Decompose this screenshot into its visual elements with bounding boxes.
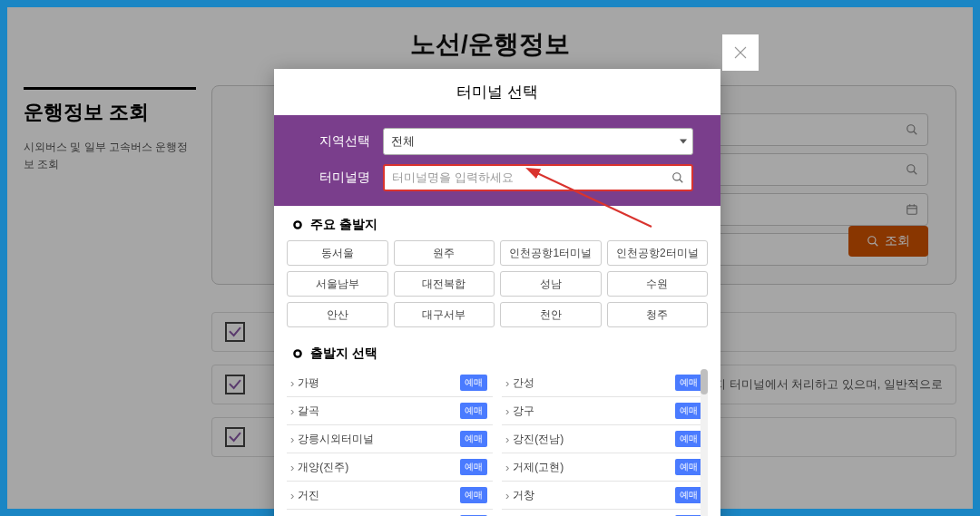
popular-departure-item[interactable]: 대전복합 — [394, 271, 495, 297]
terminal-name: 강진(전남) — [505, 432, 564, 447]
reserve-badge[interactable]: 예매 — [460, 403, 487, 419]
popular-departure-item[interactable]: 동서울 — [287, 240, 388, 266]
scrollbar-track[interactable] — [701, 369, 708, 516]
terminal-name: 거창 — [505, 488, 534, 503]
popular-departure-item[interactable]: 인천공항1터미널 — [500, 240, 602, 266]
scrollbar-thumb[interactable] — [701, 369, 708, 394]
terminal-name: 강구 — [505, 404, 534, 419]
terminal-row[interactable]: 갈곡예매 — [287, 397, 493, 425]
svg-line-13 — [680, 180, 683, 183]
terminal-row[interactable]: 가평예매 — [287, 369, 493, 397]
terminal-name: 거진 — [290, 488, 319, 503]
select-departure-header: 출발지 선택 — [274, 335, 720, 369]
reserve-badge[interactable]: 예매 — [460, 431, 487, 447]
popular-departure-item[interactable]: 청주 — [607, 302, 709, 327]
reserve-badge[interactable]: 예매 — [460, 375, 487, 391]
terminal-name: 가평 — [290, 375, 319, 391]
region-select[interactable]: 전체 — [383, 128, 693, 155]
popular-header: 주요 출발지 — [274, 206, 720, 240]
terminal-name-input[interactable]: 터미널명을 입력하세요 — [383, 164, 693, 191]
reserve-badge[interactable]: 예매 — [675, 403, 702, 419]
terminal-select-modal: 터미널 선택 지역선택 전체 터미널명 터미널명을 입력하세요 주요 출발지 동… — [274, 69, 720, 516]
popular-departure-item[interactable]: 인천공항2터미널 — [607, 240, 709, 266]
terminal-row[interactable]: 간성예매 — [502, 369, 708, 397]
terminal-row[interactable]: 경북대(상주)예매 — [502, 510, 708, 516]
terminal-name: 갈곡 — [290, 404, 319, 419]
reserve-badge[interactable]: 예매 — [460, 487, 487, 503]
terminal-row[interactable]: 강릉시외터미널예매 — [287, 425, 493, 453]
popular-departure-item[interactable]: 안산 — [287, 302, 388, 327]
terminal-name: 간성 — [505, 375, 534, 391]
reserve-badge[interactable]: 예매 — [675, 487, 702, 503]
popular-departure-item[interactable]: 수원 — [607, 271, 709, 297]
reserve-badge[interactable]: 예매 — [675, 431, 702, 447]
reserve-badge[interactable]: 예매 — [675, 459, 702, 475]
reserve-badge[interactable]: 예매 — [460, 459, 487, 475]
popular-departure-item[interactable]: 천안 — [500, 302, 602, 327]
terminal-name-label: 터미널명 — [301, 170, 383, 186]
popular-departure-grid: 동서울원주인천공항1터미널인천공항2터미널서울남부대전복합성남수원안산대구서부천… — [274, 240, 720, 335]
popular-departure-item[interactable]: 원주 — [394, 240, 495, 266]
region-label: 지역선택 — [301, 133, 383, 150]
terminal-row[interactable]: 건국대(충주)예매 — [287, 510, 493, 516]
popular-departure-item[interactable]: 서울남부 — [287, 271, 388, 297]
terminal-list: 가평예매간성예매갈곡예매강구예매강릉시외터미널예매강진(전남)예매개양(진주)예… — [274, 369, 720, 516]
modal-filter-panel: 지역선택 전체 터미널명 터미널명을 입력하세요 — [274, 115, 720, 206]
search-icon — [671, 171, 684, 184]
modal-title: 터미널 선택 — [274, 69, 720, 115]
terminal-row[interactable]: 거진예매 — [287, 482, 493, 510]
popular-departure-item[interactable]: 대구서부 — [394, 302, 495, 327]
close-button[interactable] — [722, 34, 759, 71]
popular-departure-item[interactable]: 성남 — [500, 271, 602, 297]
terminal-name: 강릉시외터미널 — [290, 432, 374, 447]
page-frame: 노선/운행정보 운행정보 조회 시외버스 및 일부 고속버스 운행정보 조회 조… — [7, 7, 973, 509]
terminal-name: 개양(진주) — [290, 460, 348, 475]
terminal-row[interactable]: 거제(고현)예매 — [502, 453, 708, 482]
terminal-name-placeholder: 터미널명을 입력하세요 — [392, 170, 514, 186]
terminal-row[interactable]: 개양(진주)예매 — [287, 453, 493, 482]
region-select-value: 전체 — [391, 133, 415, 150]
terminal-row[interactable]: 강구예매 — [502, 397, 708, 425]
svg-point-12 — [673, 173, 681, 180]
terminal-row[interactable]: 거창예매 — [502, 482, 708, 510]
reserve-badge[interactable]: 예매 — [675, 375, 702, 391]
terminal-row[interactable]: 강진(전남)예매 — [502, 425, 708, 453]
close-icon — [732, 44, 749, 61]
terminal-name: 거제(고현) — [505, 460, 564, 475]
